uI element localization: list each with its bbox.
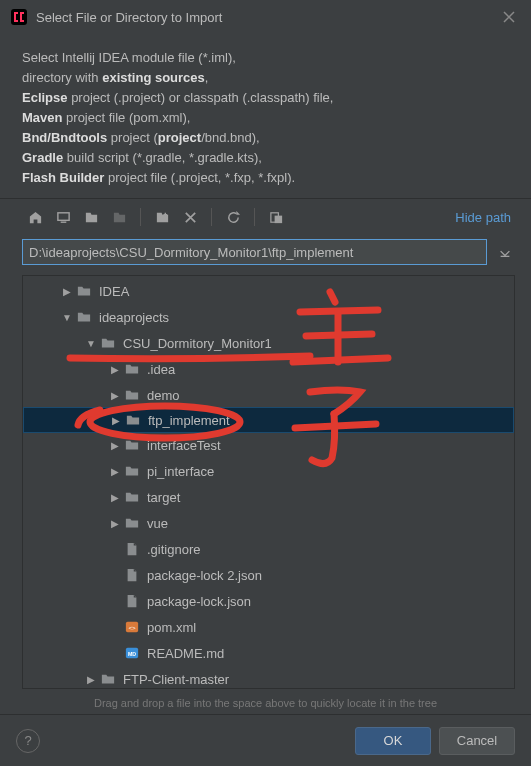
tree-node[interactable]: ▼ideaprojects (23, 304, 514, 330)
file-icon (123, 593, 141, 609)
tree-node-label: .gitignore (147, 542, 200, 557)
tree-node-label: IDEA (99, 284, 129, 299)
new-folder-icon[interactable] (149, 205, 175, 229)
tree-node[interactable]: ▶vue (23, 510, 514, 536)
ok-button[interactable]: OK (355, 727, 431, 755)
expand-arrow-icon[interactable]: ▶ (109, 364, 121, 375)
tree-node-label: .idea (147, 362, 175, 377)
tree-node-label: ftp_implement (148, 413, 230, 428)
svg-rect-3 (274, 215, 282, 223)
file-tree-scroll[interactable]: ▶IDEA▼ideaprojects▼CSU_Dormitory_Monitor… (23, 276, 514, 688)
path-row (0, 235, 531, 269)
tree-node-label: CSU_Dormitory_Monitor1 (123, 336, 272, 351)
xml-icon: <> (123, 619, 141, 635)
tree-node-label: README.md (147, 646, 224, 661)
folder-icon (123, 463, 141, 479)
hide-path-link[interactable]: Hide path (455, 210, 515, 225)
file-tree: ▶IDEA▼ideaprojects▼CSU_Dormitory_Monitor… (22, 275, 515, 689)
tree-node[interactable]: ▼CSU_Dormitory_Monitor1 (23, 330, 514, 356)
expand-arrow-icon[interactable]: ▶ (85, 674, 97, 685)
svg-rect-1 (57, 212, 68, 220)
expand-arrow-icon[interactable]: ▶ (109, 492, 121, 503)
separator (140, 208, 141, 226)
path-input[interactable] (22, 239, 487, 265)
tree-node-label: ideaprojects (99, 310, 169, 325)
tree-node[interactable]: .gitignore (23, 536, 514, 562)
tree-node-label: vue (147, 516, 168, 531)
expand-arrow-icon[interactable]: ▶ (109, 466, 121, 477)
close-button[interactable] (497, 5, 521, 29)
expand-arrow-icon[interactable]: ▼ (61, 312, 73, 323)
tree-node-label: package-lock 2.json (147, 568, 262, 583)
tree-node-label: demo (147, 388, 180, 403)
tree-node[interactable]: ▶FTP-Client-master (23, 666, 514, 688)
tree-node[interactable]: ▶demo (23, 382, 514, 408)
svg-text:MD: MD (128, 651, 136, 657)
tree-node-label: pom.xml (147, 620, 196, 635)
tree-node[interactable]: ▶pi_interface (23, 458, 514, 484)
tree-node[interactable]: ▶target (23, 484, 514, 510)
dialog-title: Select File or Directory to Import (36, 10, 497, 25)
tree-node-label: FTP-Client-master (123, 672, 229, 687)
folder-icon (99, 335, 117, 351)
folder-icon (123, 361, 141, 377)
desktop-icon[interactable] (50, 205, 76, 229)
project-icon[interactable] (78, 205, 104, 229)
folder-icon (123, 515, 141, 531)
tree-node[interactable]: MDREADME.md (23, 640, 514, 666)
svg-rect-0 (11, 9, 27, 25)
history-icon[interactable] (495, 242, 515, 262)
folder-icon (123, 387, 141, 403)
title-bar: Select File or Directory to Import (0, 0, 531, 34)
module-icon[interactable] (106, 205, 132, 229)
expand-arrow-icon[interactable]: ▶ (109, 440, 121, 451)
tree-node-label: package-lock.json (147, 594, 251, 609)
show-hidden-icon[interactable] (263, 205, 289, 229)
expand-arrow-icon[interactable]: ▶ (110, 415, 122, 426)
expand-arrow-icon[interactable]: ▶ (109, 390, 121, 401)
tree-node[interactable]: ▶.idea (23, 356, 514, 382)
file-icon (123, 567, 141, 583)
separator (254, 208, 255, 226)
tree-node[interactable]: ▶IDEA (23, 278, 514, 304)
folder-icon (75, 283, 93, 299)
tree-node[interactable]: ▶interfaceTest (23, 432, 514, 458)
folder-icon (75, 309, 93, 325)
app-icon (10, 8, 28, 26)
folder-icon (124, 412, 142, 428)
refresh-icon[interactable] (220, 205, 246, 229)
tree-node-label: interfaceTest (147, 438, 221, 453)
folder-icon (123, 489, 141, 505)
folder-icon (99, 671, 117, 687)
cancel-button[interactable]: Cancel (439, 727, 515, 755)
home-icon[interactable] (22, 205, 48, 229)
svg-text:<>: <> (128, 624, 136, 631)
help-button[interactable]: ? (16, 729, 40, 753)
tree-node-label: target (147, 490, 180, 505)
tree-node[interactable]: package-lock.json (23, 588, 514, 614)
folder-icon (123, 437, 141, 453)
expand-arrow-icon[interactable]: ▶ (109, 518, 121, 529)
md-icon: MD (123, 645, 141, 661)
expand-arrow-icon[interactable]: ▼ (85, 338, 97, 349)
description-text: Select Intellij IDEA module file (*.iml)… (0, 34, 531, 198)
tree-node[interactable]: package-lock 2.json (23, 562, 514, 588)
tree-node[interactable]: <>pom.xml (23, 614, 514, 640)
tree-node-label: pi_interface (147, 464, 214, 479)
separator (211, 208, 212, 226)
file-icon (123, 541, 141, 557)
footer: ? OK Cancel (0, 714, 531, 766)
expand-arrow-icon[interactable]: ▶ (61, 286, 73, 297)
toolbar: Hide path (0, 198, 531, 235)
tree-node-selected[interactable]: ▶ftp_implement (23, 407, 514, 433)
delete-icon[interactable] (177, 205, 203, 229)
